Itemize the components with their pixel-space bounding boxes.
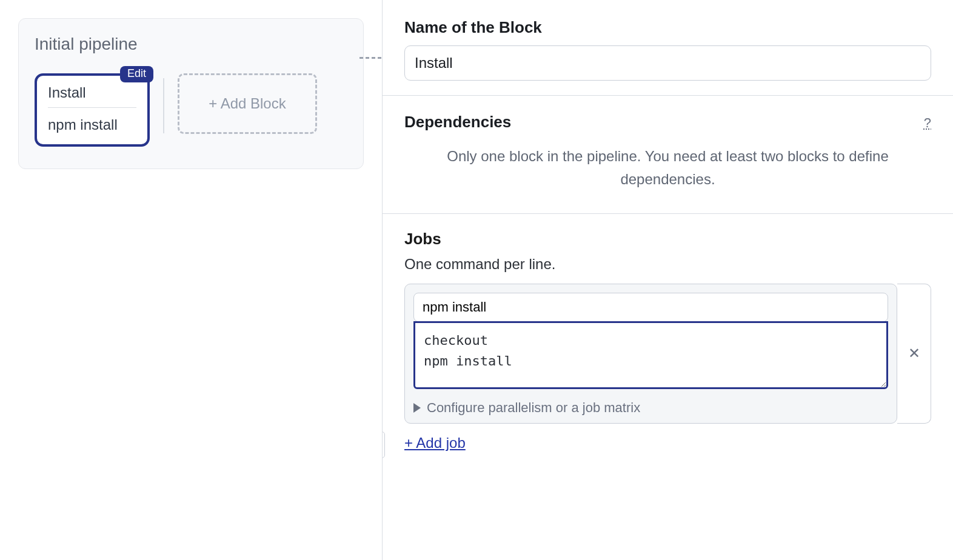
job-name-input[interactable] <box>413 293 888 322</box>
panel-resize-handle[interactable] <box>382 432 385 458</box>
block-divider <box>163 78 164 133</box>
dependencies-header: Dependencies ? <box>404 113 931 132</box>
app-root: Initial pipeline Edit Install npm instal… <box>0 0 953 560</box>
job-card: checkout npm install Configure paralleli… <box>404 284 897 424</box>
pipeline-block-install[interactable]: Install npm install <box>35 73 150 147</box>
name-field-label: Name of the Block <box>404 18 931 37</box>
block-name: Install <box>48 84 136 108</box>
configure-parallelism-label: Configure parallelism or a job matrix <box>427 400 640 416</box>
configure-parallelism-toggle[interactable]: Configure parallelism or a job matrix <box>413 400 888 416</box>
help-icon[interactable]: ? <box>924 115 931 131</box>
dependencies-empty-message: Only one block in the pipeline. You need… <box>404 145 931 199</box>
blocks-row: Edit Install npm install + Add Block <box>35 65 347 147</box>
section-dependencies: Dependencies ? Only one block in the pip… <box>383 113 953 214</box>
block-wrap: Edit Install npm install <box>35 65 150 147</box>
dependencies-title: Dependencies <box>404 113 511 132</box>
chevron-right-icon <box>413 403 421 413</box>
add-block-button[interactable]: + Add Block <box>178 73 317 134</box>
block-settings-panel: Name of the Block Dependencies ? Only on… <box>382 0 953 560</box>
close-icon: ✕ <box>908 345 920 362</box>
jobs-title: Jobs <box>404 230 931 248</box>
connector-line <box>359 57 381 59</box>
job-commands-textarea[interactable]: checkout npm install <box>413 321 888 389</box>
pipeline-canvas: Initial pipeline Edit Install npm instal… <box>0 0 382 560</box>
job-row: checkout npm install Configure paralleli… <box>404 284 931 424</box>
pipeline-card: Initial pipeline Edit Install npm instal… <box>18 18 364 169</box>
section-jobs: Jobs One command per line. checkout npm … <box>383 230 953 466</box>
jobs-subtitle: One command per line. <box>404 256 931 273</box>
pipeline-title: Initial pipeline <box>35 35 347 54</box>
section-name: Name of the Block <box>383 18 953 96</box>
block-job-label: npm install <box>48 116 136 133</box>
add-job-link[interactable]: + Add job <box>404 435 466 452</box>
block-name-input[interactable] <box>404 45 931 81</box>
remove-job-button[interactable]: ✕ <box>897 284 931 424</box>
edit-badge[interactable]: Edit <box>120 66 153 82</box>
